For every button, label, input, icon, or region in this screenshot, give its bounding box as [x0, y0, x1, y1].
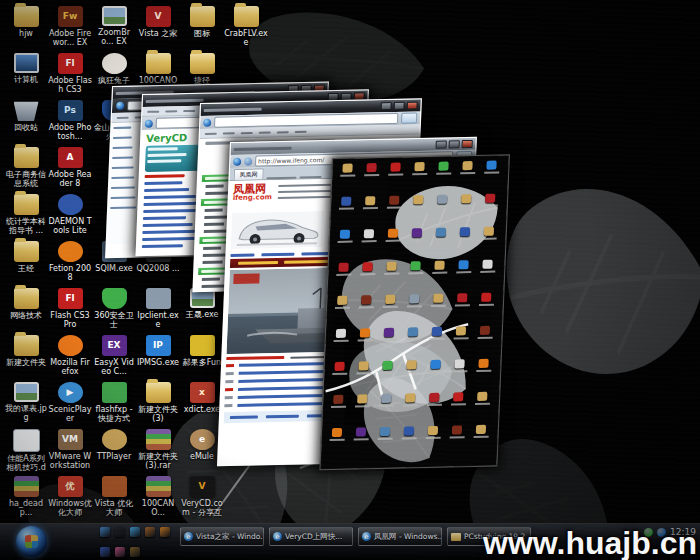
- text-line: [144, 188, 189, 192]
- ifeng-logo[interactable]: 凤凰网 ifeng.com: [233, 183, 273, 202]
- taskbar-button-label: 凤凰网 - Windows...: [374, 533, 442, 541]
- mini-desktop-icon: [447, 392, 470, 405]
- quick-launch-icon-6[interactable]: [100, 547, 110, 557]
- taskbar-button-2[interactable]: eVeryCD上网快...: [269, 527, 353, 546]
- minimize-button[interactable]: [381, 102, 392, 110]
- text-line: [111, 187, 135, 190]
- back-icon[interactable]: [145, 119, 153, 127]
- quick-launch-icon-5[interactable]: [160, 527, 170, 537]
- text-line: [226, 356, 284, 360]
- ie-icon: e: [273, 532, 282, 541]
- start-button[interactable]: [16, 526, 47, 557]
- verycd-download-box[interactable]: [145, 145, 202, 172]
- ie-icon: e: [184, 532, 193, 541]
- mini-desktop-icon: [451, 293, 474, 306]
- window-desktop-mini[interactable]: [319, 154, 510, 470]
- forward-icon[interactable]: [244, 157, 252, 165]
- mini-desktop-icon: [427, 294, 450, 307]
- mini-desktop-icon: [479, 193, 502, 206]
- watermark: www.huajb.cn: [483, 527, 697, 559]
- mini-desktop-icon: [432, 161, 455, 174]
- text-line: [230, 254, 254, 258]
- mini-desktop-icon: [374, 427, 397, 440]
- mini-desktop-icon: [356, 262, 379, 275]
- mini-desktop-icon: [408, 162, 431, 175]
- mini-desktop-icon: [351, 394, 374, 407]
- text-line: [147, 159, 181, 163]
- mini-desktop-icon: [422, 426, 445, 439]
- mini-desktop-icon: [328, 362, 351, 375]
- mini-desktop-icon: [450, 326, 473, 339]
- text-line: [261, 253, 294, 257]
- text-line: [278, 184, 333, 187]
- mini-desktop-icon: [446, 425, 469, 438]
- go-button[interactable]: [401, 112, 417, 123]
- close-button[interactable]: [462, 140, 473, 148]
- back-icon[interactable]: [233, 157, 241, 165]
- text-line: [112, 157, 133, 159]
- mini-desktop-icon: [327, 395, 350, 408]
- quick-launch-bar: [100, 527, 172, 557]
- quick-launch-icon-1[interactable]: [100, 527, 110, 537]
- mini-desktop-icon: [352, 361, 375, 374]
- mini-desktop-icon: [452, 260, 475, 273]
- mini-desktop-icon: [383, 195, 406, 208]
- text-line: [110, 197, 135, 200]
- ie-icon: e: [362, 532, 371, 541]
- quick-launch-icon-3[interactable]: [130, 527, 140, 537]
- mini-desktop-icon: [456, 161, 479, 174]
- ifeng-logo-en: ifeng.com: [233, 194, 272, 202]
- mini-desktop-icon: [431, 194, 454, 207]
- mini-desktop-icon: [402, 327, 425, 340]
- mini-desktop-icon: [379, 295, 402, 308]
- mini-desktop-icon: [358, 229, 381, 242]
- mini-desktop-icon: [454, 227, 477, 240]
- mini-desktop-icon: [334, 230, 357, 243]
- mini-desktop-icon: [376, 361, 399, 374]
- quick-launch-icon-7[interactable]: [115, 547, 125, 557]
- quick-launch-icon-4[interactable]: [145, 527, 155, 537]
- mini-desktop-icon: [359, 196, 382, 209]
- mini-desktop-icon: [428, 261, 451, 274]
- text-line: [112, 147, 132, 149]
- mini-desktop-icon: [478, 226, 501, 239]
- text-line: [143, 223, 193, 227]
- maximize-button[interactable]: [394, 102, 405, 110]
- text-line: [113, 127, 131, 129]
- mini-desktop-icon: [476, 260, 499, 273]
- taskbar-button-1[interactable]: eVista之家 - Windo...: [180, 527, 264, 546]
- tab-ifeng[interactable]: 凤凰网: [233, 168, 263, 180]
- text-line: [148, 147, 178, 151]
- mini-desktop-icon: [472, 359, 495, 372]
- back-icon[interactable]: [203, 118, 211, 126]
- mini-desktop-icon: [384, 162, 407, 175]
- mini-desktop-icon: [470, 425, 493, 438]
- close-button[interactable]: [407, 101, 418, 109]
- mini-desktop-icon: [380, 262, 403, 275]
- text-line: [113, 137, 132, 139]
- maximize-button[interactable]: [449, 140, 460, 148]
- mini-desktop-icon: [332, 263, 355, 276]
- mini-desktop-icon: [382, 229, 405, 242]
- mini-desktop-icon: [423, 393, 446, 406]
- taskbar-button-3[interactable]: e凤凰网 - Windows...: [358, 527, 442, 546]
- mini-desktop-icon: [403, 294, 426, 307]
- back-icon[interactable]: [116, 102, 124, 110]
- mini-desktop-icon: [448, 359, 471, 372]
- minimize-button[interactable]: [436, 140, 447, 148]
- mini-desktop-icon: [407, 195, 430, 208]
- car-photo[interactable]: [231, 211, 324, 249]
- mini-desktop-icon: [471, 392, 494, 405]
- taskbar-button-label: VeryCD上网快...: [285, 533, 342, 541]
- flip3d-stack: VeryCD: [0, 0, 700, 560]
- mini-desktop-icon: [404, 261, 427, 274]
- text-line: [147, 153, 186, 157]
- folder-icon: [451, 533, 461, 541]
- mini-desktop-icons: [320, 155, 508, 469]
- quick-launch-icon-2[interactable]: [115, 527, 125, 537]
- text-line: [144, 195, 196, 199]
- mini-desktop-icon: [331, 296, 354, 309]
- quick-launch-icon-8[interactable]: [130, 547, 140, 557]
- mini-desktop-icon: [360, 163, 383, 176]
- mini-desktop-icon: [354, 328, 377, 341]
